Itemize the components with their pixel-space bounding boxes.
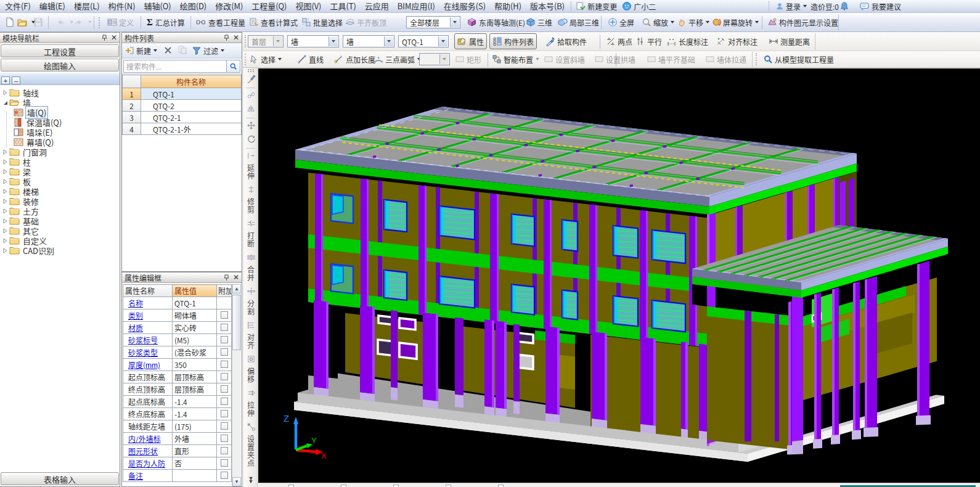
svg-text:Z: Z bbox=[284, 413, 289, 424]
svg-text:X: X bbox=[321, 451, 327, 460]
svg-text:Y: Y bbox=[311, 436, 317, 445]
